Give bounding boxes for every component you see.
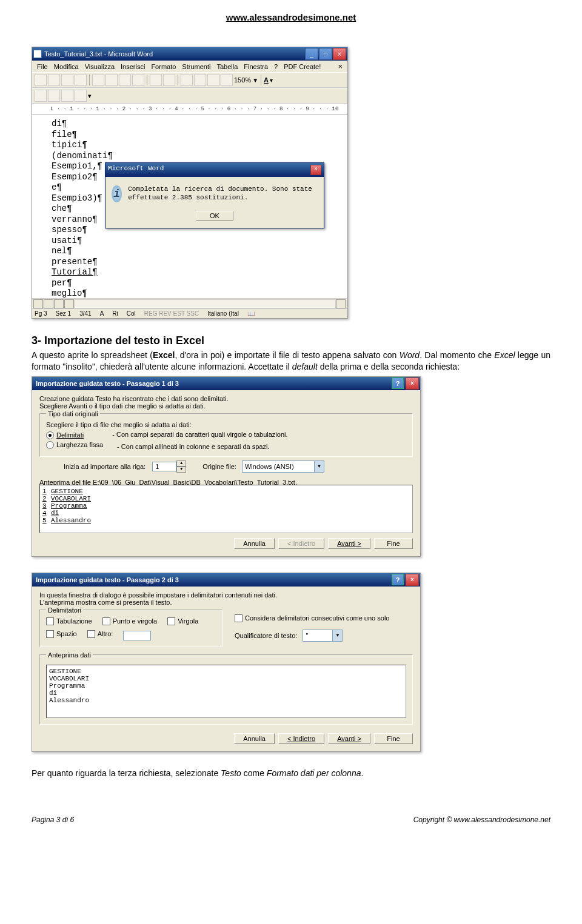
wiz1-legend: Tipo dati originali bbox=[46, 410, 100, 417]
status-pg: Pg 3 bbox=[35, 310, 47, 317]
msgbox-ok-button[interactable]: OK bbox=[196, 211, 233, 221]
view-btn-2[interactable] bbox=[44, 299, 53, 308]
wiz2-finish-button[interactable]: Fine bbox=[374, 733, 413, 744]
tb-cut[interactable] bbox=[92, 74, 104, 86]
qual-dropdown-icon[interactable]: ▼ bbox=[332, 630, 342, 641]
ruler: L · · 1 · · · 1 · · · 2 · · · 3 · · · 4 … bbox=[32, 104, 347, 115]
word-menubar: File Modifica Visualizza Inserisci Forma… bbox=[32, 61, 347, 72]
wiz2-legend-preview: Anteprima dati bbox=[46, 651, 93, 659]
wiz1-intro1: Creazione guidata Testo ha riscontrato c… bbox=[39, 395, 413, 402]
paragraph-2: Per quanto riguarda la terza richiesta, … bbox=[32, 768, 550, 779]
wiz2-next-button[interactable]: Avanti > bbox=[328, 733, 370, 744]
check-spazio[interactable]: Spazio bbox=[46, 630, 77, 638]
tb2-a[interactable] bbox=[35, 90, 47, 102]
wiz2-cancel-button[interactable]: Annulla bbox=[234, 733, 275, 744]
menu-inserisci[interactable]: Inserisci bbox=[118, 62, 147, 71]
tb-link[interactable] bbox=[181, 74, 193, 86]
check-altro[interactable]: Altro: bbox=[87, 630, 113, 638]
qual-combo[interactable] bbox=[303, 630, 332, 641]
tb-excel[interactable] bbox=[207, 74, 219, 86]
tb2-d[interactable] bbox=[75, 90, 87, 102]
status-col: Col bbox=[127, 310, 136, 317]
wiz2-back-button[interactable]: < Indietro bbox=[278, 733, 324, 744]
wiz1-finish-button[interactable]: Fine bbox=[374, 538, 413, 549]
tb-cols[interactable] bbox=[221, 74, 233, 86]
wiz2-help-button[interactable]: ? bbox=[392, 574, 404, 585]
minimize-button[interactable]: _ bbox=[305, 48, 318, 60]
wiz2-legend-delim: Delimitatori bbox=[46, 607, 83, 614]
check-virgola[interactable]: Virgola bbox=[167, 617, 198, 625]
menu-strumenti[interactable]: Strumenti bbox=[179, 62, 213, 71]
word-titlebar: Testo_Tutorial_3.txt - Microsoft Word _ … bbox=[32, 47, 347, 61]
wiz1-help-button[interactable]: ? bbox=[392, 377, 404, 389]
origin-combo[interactable] bbox=[242, 461, 314, 472]
wiz2-intro1: In questa finestra di dialogo è possibil… bbox=[39, 591, 413, 599]
doc-close-button[interactable]: × bbox=[335, 62, 345, 71]
zoom-level[interactable]: 150% bbox=[234, 76, 251, 84]
altro-input[interactable] bbox=[123, 631, 151, 640]
tb2-c[interactable] bbox=[61, 90, 73, 102]
wiz1-intro2: Scegliere Avanti o il tipo dati che megl… bbox=[39, 402, 413, 410]
maximize-button[interactable]: □ bbox=[319, 48, 332, 60]
tb-paste[interactable] bbox=[119, 74, 131, 86]
wiz2-titlebar: Importazione guidata testo - Passaggio 2… bbox=[32, 573, 420, 587]
check-puntoevirgola[interactable]: Punto e virgola bbox=[102, 617, 157, 625]
spin-up[interactable]: ▲ bbox=[176, 460, 186, 467]
word-screenshot: Testo_Tutorial_3.txt - Microsoft Word _ … bbox=[32, 47, 348, 319]
tb2-b[interactable] bbox=[48, 90, 60, 102]
footer-page: Pagina 3 di 6 bbox=[32, 816, 74, 824]
menu-modifica[interactable]: Modifica bbox=[52, 62, 81, 71]
scroll-right[interactable] bbox=[336, 299, 346, 308]
start-row-input[interactable] bbox=[152, 462, 176, 471]
view-btn-4[interactable] bbox=[64, 299, 74, 308]
wiz1-close-button[interactable]: × bbox=[406, 377, 419, 390]
status-a: A bbox=[100, 310, 104, 317]
tb-new[interactable] bbox=[35, 74, 47, 86]
menu-finestra[interactable]: Finestra bbox=[241, 62, 270, 71]
wiz1-cancel-button[interactable]: Annulla bbox=[234, 538, 275, 549]
tb-open[interactable] bbox=[48, 74, 60, 86]
doc-line: file¶ bbox=[52, 130, 343, 141]
doc-line: di¶ bbox=[52, 119, 343, 130]
tb-redo[interactable] bbox=[163, 74, 175, 86]
tb-table[interactable] bbox=[194, 74, 206, 86]
tb-print[interactable] bbox=[75, 74, 87, 86]
menu-formato[interactable]: Formato bbox=[149, 62, 178, 71]
msgbox-titlebar: Microsoft Word × bbox=[105, 163, 324, 177]
status-ri: Ri bbox=[112, 310, 118, 317]
menu-pdfcreate[interactable]: PDF Create! bbox=[281, 62, 323, 71]
menu-help[interactable]: ? bbox=[272, 62, 280, 71]
doc-line: meglio¶ bbox=[52, 288, 343, 298]
msgbox-close-button[interactable]: × bbox=[310, 165, 321, 175]
origin-dropdown-icon[interactable]: ▼ bbox=[314, 461, 324, 472]
doc-line: presente¶ bbox=[52, 257, 343, 268]
spin-down[interactable]: ▼ bbox=[176, 467, 186, 473]
menu-tabella[interactable]: Tabella bbox=[214, 62, 240, 71]
status-lang: Italiano (Ital bbox=[207, 310, 239, 317]
opt2-desc: - Con campi allineati in colonne e separ… bbox=[117, 443, 269, 450]
tb-format[interactable] bbox=[132, 74, 144, 86]
view-btn-1[interactable] bbox=[33, 299, 43, 308]
close-button[interactable]: × bbox=[333, 48, 346, 60]
hscroll[interactable] bbox=[32, 298, 347, 308]
view-btn-3[interactable] bbox=[54, 299, 64, 308]
tb-copy[interactable] bbox=[105, 74, 118, 86]
tb-undo[interactable] bbox=[150, 74, 162, 86]
radio-delimitati[interactable]: Delimitati bbox=[46, 431, 84, 439]
doc-line: tipici¶ bbox=[52, 140, 343, 151]
wiz2-close-button[interactable]: × bbox=[406, 574, 419, 586]
status-rc: 3/41 bbox=[79, 310, 91, 317]
check-consecutivi[interactable]: Considera delimitatori consecutivi come … bbox=[235, 614, 389, 622]
footer-copyright: Copyright © www.alessandrodesimone.net bbox=[413, 816, 550, 824]
document-body[interactable]: di¶ file¶ tipici¶ (denominati¶ Esempio1,… bbox=[32, 115, 347, 298]
check-tabulazione[interactable]: Tabulazione bbox=[46, 617, 92, 625]
doc-line: (denominati¶ bbox=[52, 151, 343, 162]
menu-visualizza[interactable]: Visualizza bbox=[82, 62, 117, 71]
wiz1-next-button[interactable]: Avanti > bbox=[328, 538, 370, 549]
origin-label: Origine file: bbox=[202, 463, 236, 470]
menu-file[interactable]: File bbox=[35, 62, 50, 71]
tb-save[interactable] bbox=[61, 74, 73, 86]
qual-label: Qualificatore di testo: bbox=[235, 632, 297, 639]
radio-larghezza-fissa[interactable]: Larghezza fissa bbox=[46, 441, 103, 449]
font-color-button[interactable]: A bbox=[264, 76, 269, 84]
